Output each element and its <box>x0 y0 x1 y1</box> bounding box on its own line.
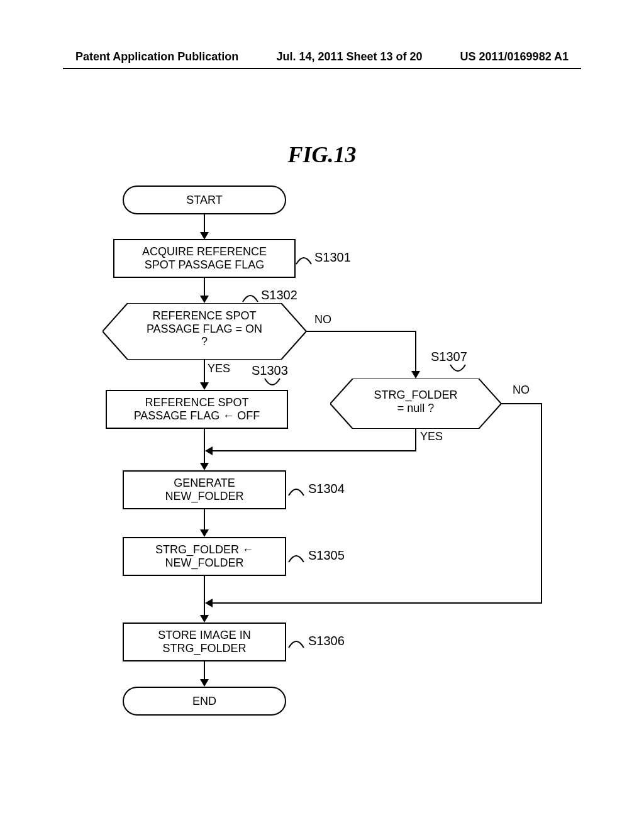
node-s1305: STRG_FOLDER ← NEW_FOLDER <box>123 537 286 576</box>
connector <box>306 331 416 332</box>
label-s1307: S1307 <box>431 350 467 364</box>
label-s1305: S1305 <box>308 548 345 563</box>
leader-arc-icon <box>242 293 258 303</box>
node-s1303-text: REFERENCE SPOT PASSAGE FLAG ← OFF <box>134 396 260 423</box>
header-left: Patent Application Publication <box>75 50 238 64</box>
node-s1303: REFERENCE SPOT PASSAGE FLAG ← OFF <box>106 390 288 429</box>
node-s1301-text: ACQUIRE REFERENCE SPOT PASSAGE FLAG <box>142 245 267 272</box>
connector <box>204 576 205 617</box>
label-s1302: S1302 <box>261 288 297 302</box>
branch-s1307-no: NO <box>513 384 530 397</box>
header-right: US 2011/0169982 A1 <box>460 50 569 64</box>
label-s1304: S1304 <box>308 482 345 496</box>
figure-title: FIG.13 <box>0 141 644 168</box>
leader-arc-icon <box>288 487 304 497</box>
node-start-text: START <box>186 194 222 207</box>
leader-arc-icon <box>288 639 304 649</box>
node-s1302: REFERENCE SPOT PASSAGE FLAG = ON ? <box>103 303 306 360</box>
leader-arc-icon <box>288 553 304 563</box>
node-s1304: GENERATE NEW_FOLDER <box>123 470 286 509</box>
node-s1307: STRG_FOLDER = null ? <box>330 379 501 429</box>
header-rule <box>63 68 581 69</box>
header-center: Jul. 14, 2011 Sheet 13 of 20 <box>276 50 422 64</box>
node-s1306: STORE IMAGE IN STRG_FOLDER <box>123 622 286 661</box>
label-s1306: S1306 <box>308 634 345 648</box>
arrow-icon <box>205 599 213 607</box>
arrow-icon <box>200 382 209 390</box>
arrow-icon <box>200 529 209 537</box>
connector <box>204 360 205 385</box>
node-s1304-text: GENERATE NEW_FOLDER <box>165 477 243 503</box>
arrow-icon <box>411 371 420 379</box>
branch-s1307-yes: YES <box>420 430 443 443</box>
node-end-text: END <box>192 695 216 708</box>
page: Patent Application Publication Jul. 14, … <box>0 0 644 830</box>
branch-s1302-no: NO <box>314 313 331 326</box>
leader-arc-icon <box>296 255 312 265</box>
page-header: Patent Application Publication Jul. 14, … <box>0 50 644 64</box>
node-s1305-text: STRG_FOLDER ← NEW_FOLDER <box>155 543 253 570</box>
connector <box>204 429 205 465</box>
leader-arc-icon <box>450 363 466 374</box>
connector <box>541 403 542 604</box>
node-s1301: ACQUIRE REFERENCE SPOT PASSAGE FLAG <box>113 239 296 278</box>
arrow-icon <box>200 463 209 470</box>
connector <box>415 331 416 374</box>
connector <box>212 450 416 451</box>
node-s1306-text: STORE IMAGE IN STRG_FOLDER <box>158 629 251 655</box>
arrow-icon <box>200 679 209 687</box>
leader-arc-icon <box>264 377 280 387</box>
branch-s1302-yes: YES <box>208 362 230 375</box>
connector <box>204 509 205 532</box>
arrow-icon <box>200 296 209 303</box>
node-s1307-text: STRG_FOLDER = null ? <box>330 389 501 414</box>
arrow-icon <box>200 615 209 622</box>
connector <box>501 403 542 404</box>
connector <box>212 602 542 604</box>
label-s1303: S1303 <box>252 363 288 378</box>
label-s1301: S1301 <box>314 250 351 265</box>
node-start: START <box>123 185 286 214</box>
connector <box>415 429 416 451</box>
node-s1302-text: REFERENCE SPOT PASSAGE FLAG = ON ? <box>103 309 306 348</box>
arrow-icon <box>205 446 213 455</box>
node-end: END <box>123 687 286 716</box>
